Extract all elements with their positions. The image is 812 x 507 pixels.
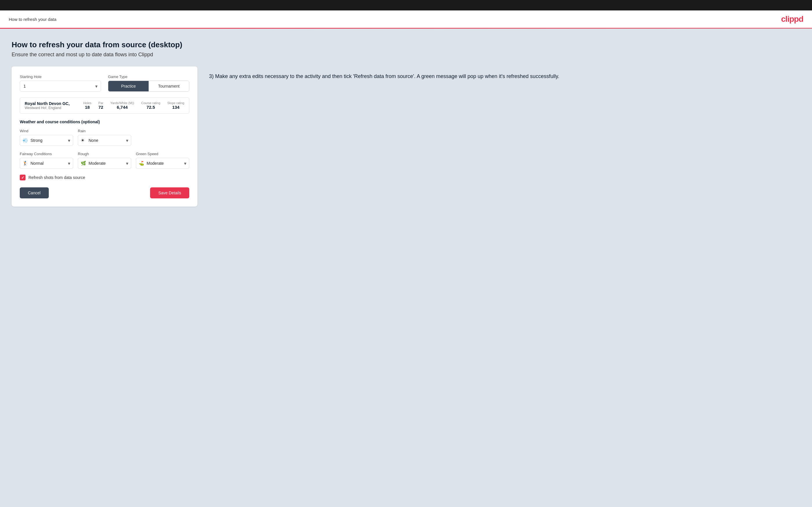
wind-group: Wind 💨 Strong ▾ [20, 129, 73, 146]
wind-label: Wind [20, 129, 73, 133]
green-speed-label: Green Speed [136, 152, 189, 156]
logo: clippd [781, 14, 803, 24]
slope-rating-stat: Slope rating 134 [167, 101, 184, 110]
course-location: Westward Ho!, England [25, 106, 83, 110]
refresh-row: Refresh shots from data source [20, 175, 189, 180]
save-button[interactable]: Save Details [150, 187, 189, 199]
conditions-grid-row2: Fairway Conditions 🏌 Normal ▾ Rough 🌿 [20, 152, 189, 169]
starting-hole-label: Starting Hole [20, 74, 101, 79]
practice-button[interactable]: Practice [108, 81, 149, 91]
game-type-toggle: Practice Tournament [108, 80, 189, 92]
game-type-group: Game Type Practice Tournament [108, 74, 189, 92]
rain-select-wrapper: ☀ None ▾ [78, 135, 131, 146]
course-table: Royal North Devon GC, Westward Ho!, Engl… [20, 98, 189, 114]
slope-rating-label: Slope rating [167, 101, 184, 105]
cancel-button[interactable]: Cancel [20, 187, 49, 199]
rain-label: Rain [78, 129, 131, 133]
fairway-group: Fairway Conditions 🏌 Normal ▾ [20, 152, 73, 169]
page-subheading: Ensure the correct and most up to date d… [12, 52, 800, 58]
slope-rating-value: 134 [172, 105, 180, 110]
starting-hole-group: Starting Hole 1 [20, 74, 101, 92]
par-label: Par [98, 101, 103, 105]
course-stats: Holes 18 Par 72 Yards/White (M)) 6,744 [83, 101, 184, 110]
game-type-label: Game Type [108, 74, 189, 79]
rain-group: Rain ☀ None ▾ [78, 129, 131, 146]
yards-stat: Yards/White (M)) 6,744 [110, 101, 134, 110]
conditions-title: Weather and course conditions (optional) [20, 119, 189, 124]
placeholder-group [136, 129, 189, 146]
par-stat: Par 72 [98, 101, 103, 110]
yards-label: Yards/White (M)) [110, 101, 134, 105]
refresh-label: Refresh shots from data source [29, 175, 85, 180]
holes-stat: Holes 18 [83, 101, 92, 110]
rough-label: Rough [78, 152, 131, 156]
starting-hole-wrapper: 1 [20, 80, 101, 92]
wind-select-wrapper: 💨 Strong ▾ [20, 135, 73, 146]
top-form-row: Starting Hole 1 Game Type Practice Tourn… [20, 74, 189, 92]
page-header: How to refresh your data clippd [0, 10, 812, 29]
holes-label: Holes [83, 101, 92, 105]
fairway-select[interactable]: Normal [20, 158, 73, 169]
form-card: Starting Hole 1 Game Type Practice Tourn… [12, 66, 197, 207]
course-name: Royal North Devon GC, [25, 101, 83, 106]
course-rating-label: Course rating [141, 101, 160, 105]
rain-select[interactable]: None [78, 135, 131, 146]
green-speed-select-wrapper: ⛳ Moderate ▾ [136, 158, 189, 169]
content-area: Starting Hole 1 Game Type Practice Tourn… [12, 66, 800, 207]
par-value: 72 [98, 105, 103, 110]
rough-group: Rough 🌿 Moderate ▾ [78, 152, 131, 169]
side-text-area: 3) Make any extra edits necessary to the… [209, 66, 800, 80]
page-heading: How to refresh your data from source (de… [12, 40, 800, 49]
green-speed-select[interactable]: Moderate [136, 158, 189, 169]
course-rating-value: 72.5 [147, 105, 155, 110]
holes-value: 18 [85, 105, 90, 110]
side-text-content: 3) Make any extra edits necessary to the… [209, 72, 800, 80]
button-row: Cancel Save Details [20, 187, 189, 199]
wind-select[interactable]: Strong [20, 135, 73, 146]
tournament-button[interactable]: Tournament [149, 81, 189, 91]
fairway-label: Fairway Conditions [20, 152, 73, 156]
course-info: Royal North Devon GC, Westward Ho!, Engl… [25, 101, 83, 110]
main-content: How to refresh your data from source (de… [0, 29, 812, 507]
rough-select-wrapper: 🌿 Moderate ▾ [78, 158, 131, 169]
course-row: Royal North Devon GC, Westward Ho!, Engl… [20, 98, 189, 113]
rough-select[interactable]: Moderate [78, 158, 131, 169]
course-rating-stat: Course rating 72.5 [141, 101, 160, 110]
starting-hole-select[interactable]: 1 [20, 80, 101, 92]
refresh-checkbox[interactable] [20, 175, 26, 180]
header-title: How to refresh your data [9, 17, 56, 22]
conditions-grid-row1: Wind 💨 Strong ▾ Rain ☀ None [20, 129, 189, 146]
yards-value: 6,744 [117, 105, 128, 110]
fairway-select-wrapper: 🏌 Normal ▾ [20, 158, 73, 169]
green-speed-group: Green Speed ⛳ Moderate ▾ [136, 152, 189, 169]
